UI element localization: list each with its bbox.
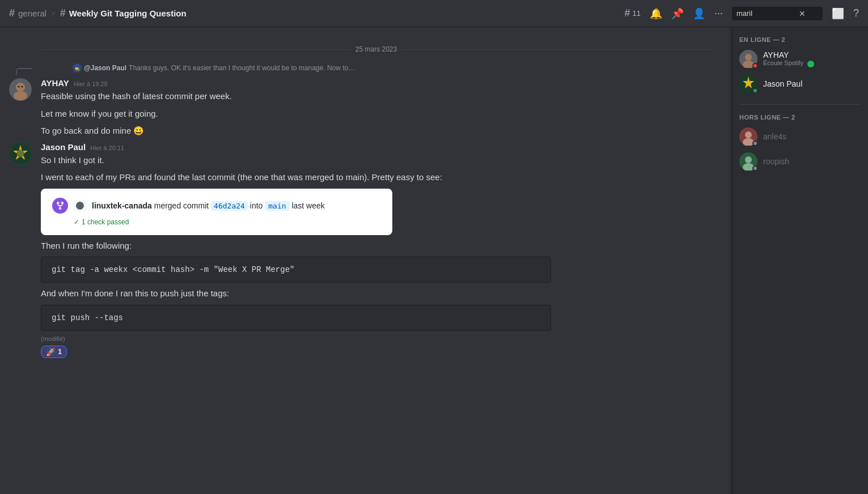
jp-para-2: I went to each of my PRs and found the l… (41, 171, 712, 184)
svg-point-9 (745, 54, 752, 61)
pin-icon-btn[interactable]: 📌 (671, 7, 684, 20)
status-dot-ayhay (752, 63, 758, 69)
svg-point-17 (745, 156, 752, 163)
github-commit[interactable]: 46d2a24 (211, 201, 248, 211)
jp-after-embed-para: Then I run the following: (41, 240, 712, 253)
jp-para-1: So I think I got it. (41, 154, 712, 167)
sidebar-user-anle4s[interactable]: anle4s (739, 125, 861, 148)
members-sidebar: EN LIGNE — 2 AYHAY Écoute Spotify (732, 27, 868, 494)
reply-indicator-row: 🧙 @Jason Paul Thanks guys. OK it's easie… (0, 62, 721, 76)
reply-avatar: 🧙 (73, 63, 82, 73)
sidebar-username-roopish: roopish (763, 157, 789, 166)
msg-para-1: Feasible using the hash of latest commit… (41, 90, 712, 103)
reaction-count: 1 (58, 347, 62, 356)
svg-point-14 (745, 131, 752, 138)
reply-username[interactable]: @Jason Paul (84, 64, 126, 72)
code-block-2[interactable]: git push --tags (41, 305, 551, 331)
date-divider: 25 mars 2023 (41, 45, 712, 53)
svg-point-2 (14, 91, 27, 100)
topbar-left: # general > # Weekly Git Tagging Questio… (9, 7, 620, 19)
hash-members-icon: # (624, 7, 630, 19)
username-ayhay[interactable]: AYHAY (41, 78, 69, 88)
github-embed[interactable]: linuxtek-canada merged commit 46d2a24 in… (41, 189, 392, 235)
modified-label: (modifié) (41, 335, 712, 342)
sidebar-userinfo-jasonpaul: Jason Paul (763, 79, 802, 88)
sidebar-userinfo-anle4s: anle4s (763, 132, 786, 141)
username-jasonpaul[interactable]: Jason Paul (41, 142, 86, 152)
sidebar-userinfo-ayhay: AYHAY Écoute Spotify (763, 50, 814, 67)
github-embed-text: linuxtek-canada merged commit 46d2a24 in… (92, 201, 325, 210)
github-check: ✓ 1 check passed (74, 218, 381, 226)
timestamp-jasonpaul: Hier à 20:11 (90, 144, 124, 151)
search-box[interactable]: ✕ (732, 7, 823, 20)
bell-icon-btn[interactable]: 🔔 (650, 7, 662, 20)
github-branch[interactable]: main (265, 201, 289, 211)
sidebar-status-ayhay: Écoute Spotify (763, 59, 814, 67)
sidebar-user-ayhay[interactable]: AYHAY Écoute Spotify (739, 48, 861, 70)
github-when: last week (291, 201, 324, 210)
people-icon-btn[interactable]: 👤 (693, 7, 705, 20)
search-input[interactable] (736, 9, 799, 18)
msg-para-3: To go back and do mine 😀 (41, 125, 712, 138)
github-branch-icon (74, 199, 86, 212)
message-jasonpaul: Jason Paul Hier à 20:11 So I think I got… (0, 140, 721, 360)
message-text-ayhay: Feasible using the hash of latest commit… (41, 90, 712, 138)
svg-point-1 (16, 83, 25, 92)
code-block-1[interactable]: git tag -a weekx <commit hash> -m "Week … (41, 257, 551, 283)
breadcrumb-separator: > (51, 9, 56, 18)
current-channel-title: Weekly Git Tagging Question (69, 8, 187, 18)
message-header-ayhay: AYHAY Hier à 19:28 (41, 78, 712, 88)
msg-para-2: Let me know if you get it going. (41, 108, 712, 121)
topbar-right: # 11 🔔 📌 👤 ··· ✕ ⬜ ? (624, 7, 859, 20)
topbar: # general > # Weekly Git Tagging Questio… (0, 0, 868, 27)
avatar-ayhay[interactable] (9, 78, 32, 101)
svg-point-4 (22, 86, 23, 88)
svg-point-3 (18, 86, 20, 88)
status-dot-jasonpaul (752, 88, 758, 93)
sidebar-avatar-anle4s[interactable] (739, 127, 757, 146)
date-divider-text: 25 mars 2023 (355, 45, 397, 53)
jp-after-code-para: And when I'm done I ran this to push jus… (41, 287, 712, 300)
inbox-icon-btn[interactable]: ⬜ (832, 7, 844, 20)
sidebar-username-jasonpaul: Jason Paul (763, 79, 802, 88)
message-content-ayhay: AYHAY Hier à 19:28 Feasible using the ha… (41, 78, 712, 138)
sidebar-username-anle4s: anle4s (763, 132, 786, 141)
more-icon-btn[interactable]: ··· (714, 7, 723, 19)
member-count: 11 (633, 9, 641, 18)
spotify-icon (807, 61, 814, 67)
status-dot-anle4s (752, 140, 758, 146)
github-into: into (250, 201, 265, 210)
hash-icon-current: # (60, 7, 66, 19)
reply-indicator: 🧙 @Jason Paul Thanks guys. OK it's easie… (73, 63, 355, 73)
message-after-code: And when I'm done I ran this to push jus… (41, 287, 712, 300)
message-content-jasonpaul: Jason Paul Hier à 20:11 So I think I got… (41, 142, 712, 358)
chat-area[interactable]: 25 mars 2023 🧙 @Jason Paul Thanks guys. … (0, 27, 730, 494)
message-after-embed: Then I run the following: (41, 240, 712, 253)
reaction-rocket[interactable]: 🚀 1 (41, 346, 67, 358)
sidebar-avatar-roopish[interactable] (739, 152, 757, 171)
search-close-icon[interactable]: ✕ (799, 9, 806, 18)
online-section-title: EN LIGNE — 2 (739, 36, 861, 43)
help-icon-btn[interactable]: ? (853, 7, 859, 19)
reply-spacer (9, 63, 32, 75)
sidebar-user-jasonpaul[interactable]: Jason Paul (739, 73, 861, 95)
reply-text: Thanks guys. OK it's easier than I thoug… (129, 64, 355, 72)
offline-section-title: HORS LIGNE — 2 (739, 114, 861, 121)
hash-icon: # (9, 7, 15, 19)
sidebar-avatar-jasonpaul[interactable] (739, 75, 757, 93)
timestamp-ayhay: Hier à 19:28 (74, 80, 108, 87)
message-header-jasonpaul: Jason Paul Hier à 20:11 (41, 142, 712, 152)
sidebar-userinfo-roopish: roopish (763, 157, 789, 166)
github-merge-icon (52, 198, 68, 214)
check-text: 1 check passed (82, 218, 129, 226)
svg-point-7 (16, 150, 24, 157)
breadcrumb-general[interactable]: general (18, 8, 46, 18)
github-org[interactable]: linuxtek-canada (92, 201, 152, 210)
reply-line (16, 68, 32, 75)
sidebar-divider (739, 104, 861, 105)
sidebar-user-roopish[interactable]: roopish (739, 150, 861, 173)
github-action: merged commit (154, 201, 211, 210)
avatar-jasonpaul[interactable] (9, 142, 32, 165)
members-icon-btn[interactable]: # 11 (624, 7, 640, 19)
sidebar-avatar-ayhay[interactable] (739, 50, 757, 68)
